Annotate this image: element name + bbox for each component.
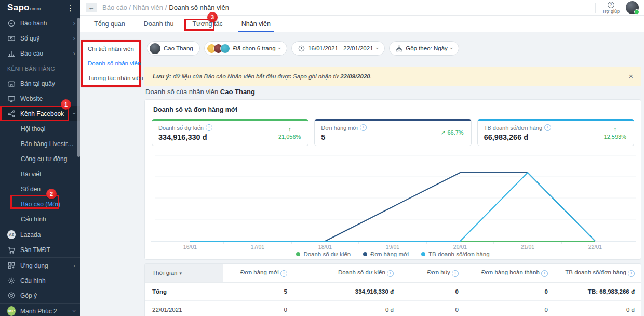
feedback-heart-icon <box>7 292 16 300</box>
info-icon: i <box>541 270 548 277</box>
chevron-right-icon: › <box>73 261 75 269</box>
arrow-up-icon: ↑ <box>604 126 626 134</box>
back-button[interactable]: ← <box>86 3 97 12</box>
sidebar-item-gop-y[interactable]: Góp ý <box>0 288 81 303</box>
sidebar-item-bao-cao[interactable]: Báo cáo › <box>0 46 81 61</box>
sidebar-item-ban-tai-quay[interactable]: Bán tại quầy <box>0 76 81 91</box>
legend-item[interactable]: Doanh số dự kiến <box>296 251 351 257</box>
legend-item[interactable]: TB doanh số/đơn hàng <box>421 251 490 257</box>
page-avatars <box>207 44 230 54</box>
account-avatar[interactable] <box>626 1 639 14</box>
bar-chart-icon <box>7 49 16 58</box>
info-icon: i <box>452 270 459 277</box>
chevron-right-icon: › <box>73 49 75 57</box>
svg-text:21/01: 21/01 <box>521 244 534 250</box>
chevron-down-icon: › <box>449 47 455 49</box>
gridlines <box>151 155 636 241</box>
apps-grid-icon <box>7 261 16 270</box>
marketplace-cart-icon <box>7 246 16 254</box>
sidebar-item-cau-hinh[interactable]: Cấu hình <box>0 273 81 288</box>
sidebar-item-bai-viet[interactable]: Bài viết <box>0 166 81 181</box>
info-icon[interactable]: i <box>544 124 551 131</box>
submenu-doanh-so-nhan-vien[interactable]: Doanh số nhân viên <box>83 56 139 71</box>
metric-doanh-so-du-kien: Doanh số dự kiếni 334,916,330 đ ↑21,056% <box>152 119 308 146</box>
sidebar-item-lazada[interactable]: AZ Lazada <box>0 227 81 242</box>
sidebar-item-bao-cao-moi[interactable]: Báo cáo (Mới) <box>0 196 81 212</box>
sidebar-item-bao-hanh[interactable]: Bảo hành › <box>0 16 81 31</box>
info-icon[interactable]: i <box>206 124 212 131</box>
svg-text:20/01: 20/01 <box>453 244 467 250</box>
sales-line-chart: 16/0117/0118/0119/0120/0121/0122/01 <box>145 150 641 252</box>
sort-caret-icon: ▾ <box>179 271 182 276</box>
sales-chart-card: Doanh số và đơn hàng mới Doanh số dự kiế… <box>144 99 641 260</box>
main-area: ← Báo cáo / Nhân viên / Doanh số nhân vi… <box>81 0 644 316</box>
cash-icon <box>7 34 16 43</box>
annotation-badge-1: 1 <box>61 99 71 110</box>
tab-doanh-thu[interactable]: Doanh thu <box>135 16 183 32</box>
sidebar: Sapoomni ⋮ Bảo hành › Sổ quỹ › Báo cáo ›… <box>0 0 81 316</box>
tab-tong-quan[interactable]: Tổng quan <box>85 16 135 32</box>
metric-change: ↑21,056% <box>278 126 301 141</box>
legend-item[interactable]: Đơn hàng mới <box>363 251 409 257</box>
sidebar-item-hoi-thoai[interactable]: Hội thoại <box>0 121 81 136</box>
info-icon[interactable]: i <box>360 124 367 131</box>
sidebar-section-sales-channels: KÊNH BÁN HÀNG <box>0 61 81 76</box>
data-notice-banner: Lưu ý: dữ liệu của Báo cáo Nhân viên bắt… <box>144 67 641 86</box>
filter-bar: Cao Thang Đã chọn 6 trang › 16/01/2021 -… <box>147 41 459 56</box>
svg-text:19/01: 19/01 <box>386 244 399 250</box>
metric-don-hang-moi: Đơn hàng mớii 5 ↗66.7% <box>314 119 471 146</box>
sidebar-item-so-quy[interactable]: Sổ quỹ › <box>0 31 81 46</box>
breadcrumb[interactable]: Báo cáo / Nhân viên / <box>102 4 167 11</box>
chart-series: 16/0117/0118/0119/0120/0121/0122/01 <box>183 173 602 250</box>
sidebar-item-cong-cu-tu-dong[interactable]: Công cụ tự động <box>0 151 81 166</box>
arrow-up-right-icon: ↗ <box>440 129 445 137</box>
pos-store-icon <box>7 80 16 88</box>
facebook-channel-icon <box>7 110 16 118</box>
sidebar-item-cau-hinh-facebook[interactable]: Cấu hình <box>0 212 81 227</box>
chevron-right-icon: › <box>73 34 75 42</box>
svg-text:16/01: 16/01 <box>183 244 197 250</box>
group-by-filter[interactable]: Gộp theo: Ngày › <box>389 41 459 56</box>
sales-table-card: Thời gian▾ Đơn hàng mới i Doanh số dự ki… <box>144 263 641 316</box>
breadcrumb-current: Doanh số nhân viên <box>169 4 229 11</box>
svg-text:18/01: 18/01 <box>318 244 332 250</box>
employee-avatar <box>150 43 160 54</box>
employee-filter[interactable]: Cao Thang <box>147 41 200 56</box>
metric-cards: Doanh số dự kiếni 334,916,330 đ ↑21,056%… <box>152 119 634 146</box>
sidebar-item-ban-hang-livestream[interactable]: Bán hàng Livestream <box>0 136 81 151</box>
column-header-don-huy[interactable]: Đơn hủy i <box>401 264 466 283</box>
sidebar-item-san-tmdt[interactable]: Sàn TMĐT <box>0 242 81 257</box>
sidebar-item-so-den[interactable]: Sổ đen <box>0 181 81 196</box>
clock-icon <box>298 45 305 52</box>
legend-dot <box>363 252 367 256</box>
date-range-filter[interactable]: 16/01/2021 - 22/01/2021 › <box>291 41 385 56</box>
table-row: 22/01/2021 0 0 đ 0 0 0 đ <box>145 301 641 316</box>
pages-filter[interactable]: Đã chọn 6 trang › <box>204 41 288 56</box>
sidebar-item-account[interactable]: MP Mạnh Phúc 2 › <box>0 303 81 316</box>
close-icon[interactable]: × <box>629 72 633 81</box>
arrow-up-icon: ↑ <box>278 126 301 134</box>
chevron-right-icon: › <box>73 19 75 27</box>
sidebar-scrollbar[interactable] <box>77 18 80 157</box>
topbar: ← Báo cáo / Nhân viên / Doanh số nhân vi… <box>81 0 644 16</box>
submenu-tuong-tac-nhan-vien[interactable]: Tương tác nhân viên <box>83 71 139 85</box>
column-header-tb-doanh-so[interactable]: TB doanh số/đơn hàng i <box>555 264 641 283</box>
metric-tb-doanh-so: TB doanh số/đơn hàngi 66,983,266 đ ↑12,5… <box>477 119 634 146</box>
submenu-chi-tiet-nhan-vien[interactable]: Chi tiết nhân viên <box>83 42 139 56</box>
table-row-total: Tổng 5 334,916,330 đ 0 0 TB: 66,983,266 … <box>145 283 641 301</box>
help-icon: ? <box>608 2 614 8</box>
column-header-don-hang-hoan-thanh[interactable]: Đơn hàng hoàn thành i <box>466 264 555 283</box>
column-header-doanh-so-du-kien[interactable]: Doanh số dự kiến i <box>294 264 401 283</box>
annotation-badge-2: 2 <box>46 189 57 199</box>
page-title: Doanh số của nhân viên Cao Thang <box>145 88 255 96</box>
column-header-don-hang-moi[interactable]: Đơn hàng mới i <box>223 264 294 283</box>
report-tabs: Tổng quan Doanh thu Tương tác Nhân viên <box>81 16 644 32</box>
tab-nhan-vien[interactable]: Nhân viên <box>232 16 280 32</box>
help-button[interactable]: ? Trợ giúp <box>602 2 620 14</box>
chevron-down-icon: › <box>374 47 380 49</box>
column-header-thoi-gian[interactable]: Thời gian▾ <box>145 264 223 283</box>
sidebar-item-ung-dung[interactable]: Ứng dụng › <box>0 257 81 273</box>
kebab-menu-icon[interactable]: ⋮ <box>66 4 74 12</box>
chevron-down-icon: › <box>276 47 283 49</box>
metric-change: ↗66.7% <box>440 129 463 137</box>
